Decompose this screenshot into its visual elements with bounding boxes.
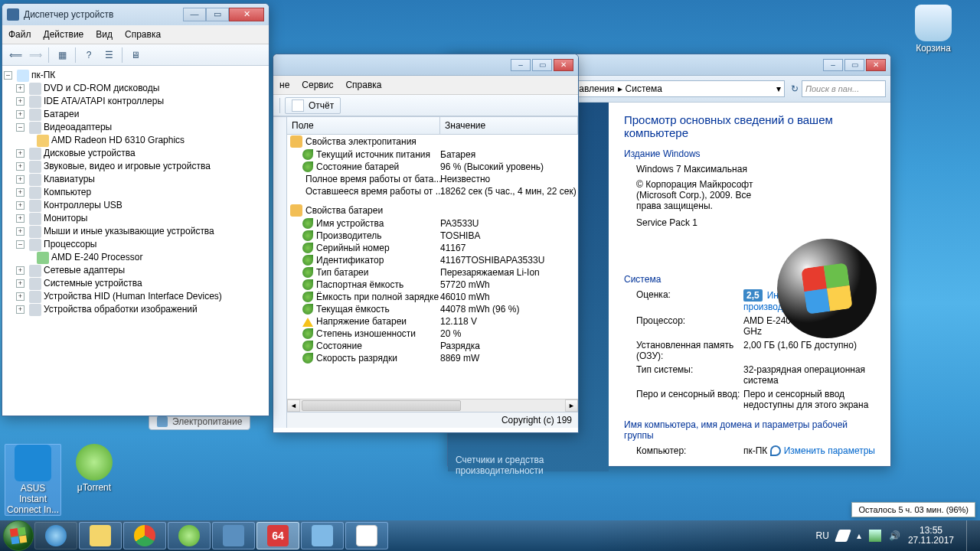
help-button[interactable]: ? (80, 47, 97, 64)
expander-icon[interactable]: + (16, 266, 24, 275)
tree-node[interactable]: –пк-ПК (4, 69, 267, 82)
tree-node[interactable]: +Мыши и иные указывающие устройства (4, 225, 267, 238)
change-settings-link[interactable]: Изменить параметры (770, 445, 875, 456)
tree-node[interactable]: +DVD и CD-ROM дисководы (4, 82, 267, 95)
tree-node[interactable]: AMD E-240 Processor (4, 251, 267, 264)
report-row[interactable]: Скорость разрядки8869 mW (287, 352, 578, 364)
tray-chevron-icon[interactable]: ▴ (857, 530, 861, 541)
header-field[interactable]: Поле (287, 117, 440, 134)
battery-icon[interactable] (869, 530, 881, 542)
expander-icon[interactable]: + (16, 292, 24, 301)
tree-node[interactable]: +Батареи (4, 108, 267, 121)
desktop-icon-asus[interactable]: ASUS Instant Connect In... (5, 444, 61, 516)
report-row[interactable]: Паспортная ёмкость57720 mWh (287, 279, 578, 291)
close-button[interactable]: ✕ (866, 59, 886, 71)
expander-icon[interactable]: + (16, 149, 24, 158)
menu-item[interactable]: не (273, 77, 296, 93)
tree-node[interactable]: –Видеоадаптеры (4, 121, 267, 134)
expander-icon[interactable]: – (16, 123, 24, 132)
nav-back-button[interactable]: ⟸ (7, 47, 24, 64)
start-button[interactable] (3, 520, 34, 551)
tree-node[interactable]: +Устройства HID (Human Interface Devices… (4, 290, 267, 303)
expander-icon[interactable]: + (16, 214, 24, 223)
maximize-button[interactable]: ▭ (844, 59, 864, 71)
show-desktop-button[interactable] (966, 520, 974, 551)
tree-node[interactable]: AMD Radeon HD 6310 Graphics (4, 134, 267, 147)
scan-button[interactable]: 🖥 (127, 47, 144, 64)
side-tab[interactable] (273, 117, 287, 428)
flag-icon[interactable] (835, 530, 851, 542)
menu-item[interactable]: Вид (90, 27, 119, 42)
expander-icon[interactable]: + (16, 279, 24, 288)
report-row[interactable]: Текущая ёмкость44078 mWh (96 %) (287, 303, 578, 315)
expander-icon[interactable]: + (16, 175, 24, 184)
sidebar-link-perfmon[interactable]: Счетчики и средства производительности (456, 455, 601, 476)
desktop-icon-utorrent[interactable]: μTorrent (66, 444, 122, 493)
tree-node[interactable]: +Звуковые, видео и игровые устройства (4, 160, 267, 173)
close-button[interactable]: ✕ (554, 59, 573, 71)
report-row[interactable]: Идентификатор41167TOSHIBAPA3533U (287, 254, 578, 266)
tray-lang[interactable]: RU (816, 530, 829, 541)
report-row[interactable]: ПроизводительTOSHIBA (287, 230, 578, 242)
tree-node[interactable]: +IDE ATA/ATAPI контроллеры (4, 95, 267, 108)
task-utorrent[interactable] (168, 522, 211, 549)
task-ie[interactable] (34, 522, 77, 549)
menu-item[interactable]: Справка (119, 27, 167, 42)
menu-item[interactable]: Действие (38, 27, 90, 42)
report-row[interactable]: Состояние батарей96 % (Высокий уровень) (287, 161, 578, 173)
tree-node[interactable]: +Клавиатуры (4, 173, 267, 186)
expander-icon[interactable]: + (16, 97, 24, 106)
tree-node[interactable]: +Устройства обработки изображений (4, 303, 267, 316)
report-row[interactable]: Имя устройстваPA3533U (287, 217, 578, 230)
report-tab[interactable]: Отчёт (285, 97, 341, 114)
device-tree[interactable]: –пк-ПК+DVD и CD-ROM дисководы+IDE ATA/AT… (2, 66, 269, 403)
task-control[interactable] (301, 522, 344, 549)
recycle-bin[interactable]: Корзина (905, 5, 962, 54)
expander-icon[interactable]: + (16, 84, 24, 93)
tray-clock[interactable]: 13:5527.11.2017 (908, 526, 954, 546)
report-row[interactable]: Степень изношенности20 % (287, 328, 578, 340)
tree-node[interactable]: +Мониторы (4, 212, 267, 225)
expander-icon[interactable]: – (4, 71, 12, 80)
close-button[interactable]: ✕ (229, 8, 264, 21)
tree-node[interactable]: +Дисковые устройства (4, 147, 267, 160)
tree-node[interactable]: +Компьютер (4, 186, 267, 199)
tree-node[interactable]: –Процессоры (4, 238, 267, 251)
minimize-button[interactable]: – (823, 59, 843, 71)
expander-icon[interactable]: + (16, 201, 24, 210)
maximize-button[interactable]: ▭ (206, 8, 229, 21)
horizontal-scrollbar[interactable]: ◄► (287, 399, 578, 412)
menu-item[interactable]: Сервис (296, 77, 339, 93)
properties-button[interactable]: ☰ (100, 47, 117, 64)
task-explorer[interactable] (79, 522, 122, 549)
maximize-button[interactable]: ▭ (532, 59, 552, 71)
report-row[interactable]: Ёмкость при полной зарядке46010 mWh (287, 291, 578, 303)
report-row[interactable]: Полное время работы от бата...Неизвестно (287, 173, 578, 185)
menu-item[interactable]: Файл (2, 27, 38, 42)
titlebar[interactable]: – ▭ ✕ (273, 54, 578, 76)
expander-icon[interactable]: + (16, 162, 24, 171)
titlebar[interactable]: Диспетчер устройств — ▭ ✕ (2, 4, 269, 25)
search-input[interactable]: Поиск в пан... (802, 80, 886, 97)
show-hidden-button[interactable]: ▦ (54, 47, 70, 64)
header-value[interactable]: Значение (440, 117, 578, 134)
task-devmgr[interactable] (212, 522, 255, 549)
tree-node[interactable]: +Сетевые адаптеры (4, 264, 267, 277)
report-row[interactable]: Оставшееся время работы от ...18262 сек … (287, 185, 578, 197)
minimize-button[interactable]: – (511, 59, 531, 71)
tree-node[interactable]: +Контроллеры USB (4, 199, 267, 212)
report-row[interactable]: Напряжение батареи12.118 V (287, 315, 578, 328)
task-aida[interactable]: 64 (256, 522, 299, 549)
minimize-button[interactable]: — (183, 8, 206, 21)
nav-forward-button[interactable]: ⟹ (27, 47, 44, 64)
volume-icon[interactable]: 🔊 (889, 530, 900, 541)
report-row[interactable]: Серийный номер41167 (287, 242, 578, 254)
task-paint[interactable] (345, 522, 388, 549)
expander-icon[interactable]: + (16, 188, 24, 197)
task-chrome[interactable] (123, 522, 166, 549)
expander-icon[interactable]: + (16, 305, 24, 314)
expander-icon[interactable]: – (16, 240, 24, 249)
refresh-icon[interactable]: ↻ (791, 83, 799, 94)
expander-icon[interactable]: + (16, 110, 24, 119)
report-row[interactable]: СостояниеРазрядка (287, 340, 578, 352)
